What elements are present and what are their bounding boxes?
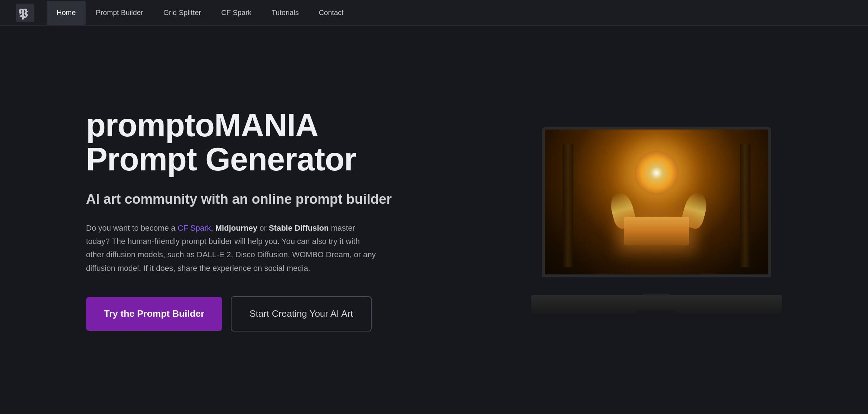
scene-book <box>624 217 689 245</box>
scene-pillar-right <box>740 144 750 267</box>
nav-link-prompt-builder[interactable]: Prompt Builder <box>86 1 153 25</box>
nav-item-cf-spark[interactable]: CF Spark <box>211 1 261 25</box>
start-creating-button[interactable]: Start Creating Your AI Art <box>231 296 372 331</box>
try-prompt-builder-button[interactable]: Try the Prompt Builder <box>86 297 222 331</box>
laptop-base <box>531 295 782 313</box>
navigation: 𝕻 Home Prompt Builder Grid Splitter CF S… <box>0 0 868 26</box>
hero-description: Do you want to become a CF Spark, Midjou… <box>86 221 380 275</box>
laptop-image <box>531 127 782 313</box>
hero-section: promptoMANIA Prompt Generator AI art com… <box>0 26 868 414</box>
nav-item-contact[interactable]: Contact <box>309 1 354 25</box>
hero-image-container <box>488 127 782 313</box>
hero-desc-after-link: , <box>211 224 215 232</box>
hero-subtitle: AI art community with an online prompt b… <box>86 190 394 208</box>
scene-orb <box>635 151 678 194</box>
nav-item-home[interactable]: Home <box>47 1 86 25</box>
nav-item-prompt-builder[interactable]: Prompt Builder <box>86 1 153 25</box>
hero-bold-stable-diffusion: Stable Diffusion <box>269 224 329 232</box>
hero-cf-spark-link[interactable]: CF Spark <box>178 224 211 232</box>
nav-item-grid-splitter[interactable]: Grid Splitter <box>153 1 211 25</box>
logo[interactable]: 𝕻 <box>14 2 36 24</box>
logo-icon: 𝕻 <box>14 2 36 24</box>
scene-pillar-left <box>563 144 573 267</box>
svg-text:𝕻: 𝕻 <box>18 6 28 21</box>
nav-item-tutorials[interactable]: Tutorials <box>262 1 309 25</box>
nav-link-cf-spark[interactable]: CF Spark <box>211 1 261 25</box>
hero-bold-midjourney: Midjourney <box>215 224 257 232</box>
nav-link-contact[interactable]: Contact <box>309 1 354 25</box>
hero-buttons: Try the Prompt Builder Start Creating Yo… <box>86 296 394 331</box>
hero-content: promptoMANIA Prompt Generator AI art com… <box>86 108 394 331</box>
nav-link-tutorials[interactable]: Tutorials <box>262 1 309 25</box>
nav-link-home[interactable]: Home <box>47 1 86 25</box>
laptop-notch <box>635 310 678 313</box>
nav-link-grid-splitter[interactable]: Grid Splitter <box>153 1 211 25</box>
laptop-scene <box>545 130 768 274</box>
nav-links: Home Prompt Builder Grid Splitter CF Spa… <box>47 1 354 25</box>
laptop-screen <box>542 127 771 277</box>
hero-desc-middle: or <box>257 224 269 232</box>
hero-title: promptoMANIA Prompt Generator <box>86 108 394 176</box>
hero-desc-before-link: Do you want to become a <box>86 224 178 232</box>
